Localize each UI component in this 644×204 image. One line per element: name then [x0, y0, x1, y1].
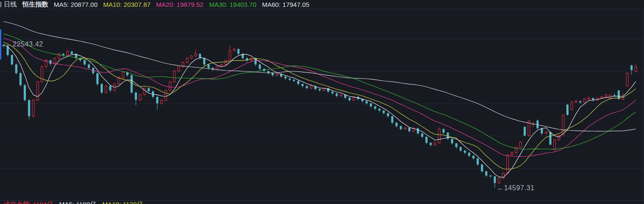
candle[interactable]	[58, 53, 60, 59]
candle[interactable]	[96, 72, 99, 86]
candle[interactable]	[379, 108, 381, 112]
candle[interactable]	[314, 85, 317, 90]
candle[interactable]	[382, 110, 385, 114]
candle[interactable]	[19, 72, 22, 87]
candle[interactable]	[331, 91, 333, 95]
candle[interactable]	[370, 102, 372, 108]
candle[interactable]	[502, 172, 505, 179]
candle[interactable]	[519, 141, 521, 148]
candle[interactable]	[459, 146, 462, 152]
candle[interactable]	[425, 136, 428, 144]
candle[interactable]	[434, 142, 436, 146]
candle[interactable]	[45, 59, 47, 69]
candle[interactable]	[430, 142, 432, 146]
candle[interactable]	[11, 54, 13, 65]
candle[interactable]	[592, 97, 594, 102]
candle[interactable]	[477, 158, 479, 166]
candle[interactable]	[511, 151, 513, 156]
candle[interactable]	[498, 177, 500, 184]
candle[interactable]	[374, 106, 376, 111]
candle[interactable]	[302, 83, 304, 88]
candle[interactable]	[242, 53, 244, 59]
candle[interactable]	[32, 99, 34, 117]
candle[interactable]	[327, 87, 329, 93]
candle[interactable]	[605, 93, 607, 98]
candle[interactable]	[293, 79, 295, 82]
candle[interactable]	[567, 104, 569, 116]
candle[interactable]	[165, 90, 167, 101]
candle[interactable]	[507, 154, 509, 174]
candle[interactable]	[417, 127, 419, 135]
candle[interactable]	[156, 96, 158, 110]
candle[interactable]	[173, 70, 176, 83]
candle[interactable]	[395, 122, 397, 127]
candle[interactable]	[596, 97, 598, 101]
candle[interactable]	[455, 142, 457, 148]
candle[interactable]	[554, 139, 556, 152]
candle[interactable]	[400, 125, 402, 130]
candle[interactable]	[37, 81, 39, 101]
candle[interactable]	[536, 119, 539, 129]
candle[interactable]	[297, 80, 299, 85]
candle[interactable]	[191, 55, 193, 60]
candle[interactable]	[225, 59, 227, 65]
candle[interactable]	[575, 100, 577, 103]
candle[interactable]	[92, 67, 94, 74]
candle[interactable]	[237, 48, 240, 55]
candle[interactable]	[613, 93, 616, 97]
candle[interactable]	[626, 72, 629, 87]
candle[interactable]	[323, 87, 325, 91]
candle[interactable]	[340, 94, 342, 97]
candle[interactable]	[515, 146, 517, 154]
candle[interactable]	[631, 65, 633, 75]
candle[interactable]	[571, 101, 573, 111]
candle[interactable]	[494, 176, 496, 188]
candle[interactable]	[160, 99, 163, 105]
candle[interactable]	[220, 64, 222, 68]
candle[interactable]	[83, 59, 86, 66]
candle[interactable]	[387, 112, 389, 117]
candle[interactable]	[443, 128, 445, 134]
candle[interactable]	[319, 88, 321, 92]
period-label[interactable]: 日线	[4, 0, 17, 9]
candle[interactable]	[306, 85, 308, 90]
candle[interactable]	[24, 84, 26, 102]
candle[interactable]	[366, 100, 368, 105]
candle[interactable]	[284, 76, 287, 80]
candle[interactable]	[233, 48, 235, 52]
candle[interactable]	[62, 53, 65, 57]
candle[interactable]	[421, 133, 423, 138]
candle[interactable]	[276, 73, 278, 76]
candle[interactable]	[490, 175, 492, 178]
candle[interactable]	[88, 63, 90, 70]
candle[interactable]	[618, 90, 620, 100]
candle[interactable]	[524, 126, 526, 136]
candlestick-chart[interactable]	[0, 0, 644, 204]
candle[interactable]	[186, 57, 188, 64]
candle[interactable]	[15, 63, 17, 74]
candle[interactable]	[143, 87, 145, 96]
candle[interactable]	[464, 150, 466, 154]
candle[interactable]	[105, 85, 107, 93]
candle[interactable]	[451, 138, 453, 145]
candle[interactable]	[122, 71, 124, 79]
candle[interactable]	[148, 87, 150, 93]
candle[interactable]	[408, 127, 410, 133]
candle[interactable]	[41, 65, 43, 83]
candle[interactable]	[438, 127, 441, 144]
candle[interactable]	[135, 92, 137, 105]
candle[interactable]	[75, 53, 77, 59]
candle[interactable]	[588, 97, 590, 100]
candle[interactable]	[528, 120, 530, 136]
candle[interactable]	[182, 62, 184, 68]
candle[interactable]	[267, 70, 269, 74]
candle[interactable]	[229, 45, 231, 62]
candle[interactable]	[101, 83, 103, 94]
candle[interactable]	[199, 53, 201, 59]
candle[interactable]	[259, 64, 261, 71]
candle[interactable]	[139, 94, 141, 101]
candle[interactable]	[54, 57, 56, 65]
candle[interactable]	[348, 97, 351, 102]
candle[interactable]	[357, 96, 359, 100]
candle[interactable]	[66, 49, 68, 56]
